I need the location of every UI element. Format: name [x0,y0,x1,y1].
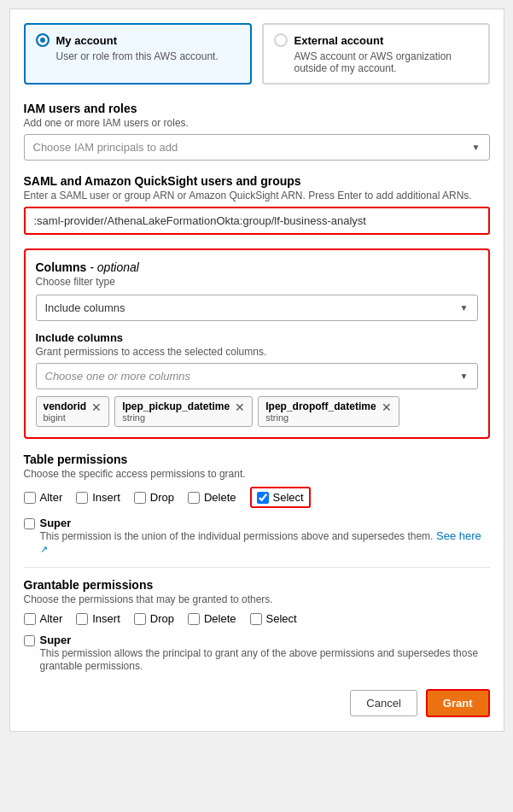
my-account-header: My account [36,33,240,47]
table-permissions-desc: Choose the specific access permissions t… [24,468,490,480]
grantable-checkbox-g_delete[interactable] [188,613,200,625]
grantable-checkbox-g_insert[interactable] [76,613,88,625]
cancel-button[interactable]: Cancel [350,690,417,716]
external-link-icon: ↗ [40,544,48,554]
see-here-link[interactable]: See here [436,529,481,542]
grantable-checkbox-g_select[interactable] [250,613,262,625]
column-tag: lpep_dropoff_datetime string ✕ [258,396,399,427]
table-permission-select[interactable]: Select [250,487,311,508]
table-permissions-section: Table permissions Choose the specific ac… [24,453,490,555]
table-checkbox-label-drop: Drop [150,491,174,504]
grantable-super-checkbox[interactable] [24,635,35,646]
grantable-checkbox-label-g_drop: Drop [150,612,174,625]
columns-filter-arrow: ▼ [460,303,469,313]
saml-section: SAML and Amazon QuickSight users and gro… [24,174,490,235]
include-columns-label: Include columns [36,331,478,344]
column-tag: lpep_pickup_datetime string ✕ [114,396,253,427]
columns-filter-dropdown[interactable]: Include columns ▼ [36,295,478,321]
columns-optional: - optional [90,260,139,274]
table-super-checkbox[interactable] [24,518,35,529]
footer-row: Cancel Grant [24,689,490,717]
grantable-checkbox-g_drop[interactable] [134,613,146,625]
grantable-super-row: Super This permission allows the princip… [24,634,490,672]
table-checkbox-drop[interactable] [134,492,146,504]
iam-dropdown[interactable]: Choose IAM principals to add ▼ [24,134,490,161]
table-permissions-checkboxes: Alter Insert Drop Delete Select [24,487,490,508]
grantable-super-label: Super [40,634,72,646]
table-super-text: Super This permission is the union of th… [40,517,490,555]
my-account-desc: User or role from this AWS account. [36,50,240,62]
grantable-permissions-section: Grantable permissions Choose the permiss… [24,578,490,672]
tag-name-1: lpep_pickup_datetime [122,400,230,412]
account-type-row: My account User or role from this AWS ac… [24,23,490,85]
columns-section: Columns - optional Choose filter type In… [24,248,490,439]
main-container: My account User or role from this AWS ac… [9,9,504,732]
my-account-radio[interactable] [36,33,50,47]
table-super-desc: This permission is the union of the indi… [40,530,434,542]
tag-close-0[interactable]: ✕ [91,401,102,413]
grantable-permissions-desc: Choose the permissions that may be grant… [24,593,490,605]
columns-picker-placeholder: Choose one or more columns [45,370,191,383]
grantable-permission-g_insert[interactable]: Insert [76,612,120,625]
table-checkbox-alter[interactable] [24,492,36,504]
table-checkbox-label-insert: Insert [92,491,120,504]
tag-close-1[interactable]: ✕ [235,401,245,413]
table-checkbox-select[interactable] [257,492,269,504]
table-checkbox-insert[interactable] [76,492,88,504]
saml-desc: Enter a SAML user or group ARN or Amazon… [24,190,490,202]
grantable-permission-g_drop[interactable]: Drop [134,612,174,625]
external-account-option[interactable]: External account AWS account or AWS orga… [262,23,490,85]
grantable-permission-g_delete[interactable]: Delete [188,612,236,625]
iam-desc: Add one or more IAM users or roles. [24,117,490,129]
column-tag: vendorid bigint ✕ [36,396,110,427]
tag-content-0: vendorid bigint [44,400,87,423]
iam-title: IAM users and roles [24,102,490,115]
table-checkbox-label-select: Select [273,491,304,504]
columns-picker-dropdown[interactable]: Choose one or more columns ▼ [36,363,478,389]
grantable-permissions-checkboxes: Alter Insert Drop Delete Select [24,612,490,625]
tag-content-1: lpep_pickup_datetime string [122,400,230,423]
iam-dropdown-placeholder: Choose IAM principals to add [33,141,178,154]
tag-content-2: lpep_dropoff_datetime string [265,400,376,423]
grant-button[interactable]: Grant [426,689,490,717]
divider-1 [24,567,490,568]
table-permission-alter[interactable]: Alter [24,491,63,504]
table-checkbox-delete[interactable] [188,492,200,504]
include-columns-desc: Grant permissions to access the selected… [36,346,478,358]
grantable-super-desc: This permission allows the principal to … [40,647,479,672]
saml-input[interactable] [24,207,490,235]
tag-name-2: lpep_dropoff_datetime [265,400,376,412]
table-permission-drop[interactable]: Drop [134,491,174,504]
external-account-radio[interactable] [274,33,288,47]
grantable-permissions-title: Grantable permissions [24,578,490,592]
tag-type-0: bigint [44,412,87,423]
my-account-label: My account [56,34,118,47]
external-account-desc: AWS account or AWS organization outside … [274,50,478,74]
table-super-row: Super This permission is the union of th… [24,517,490,555]
iam-dropdown-arrow: ▼ [472,143,481,152]
column-tags: vendorid bigint ✕ lpep_pickup_datetime s… [36,396,478,427]
grantable-checkbox-label-g_insert: Insert [92,612,120,625]
table-checkbox-label-alter: Alter [40,491,63,504]
external-account-header: External account [274,33,478,47]
grantable-checkbox-label-g_select: Select [266,612,297,625]
tag-close-2[interactable]: ✕ [382,401,392,413]
iam-section: IAM users and roles Add one or more IAM … [24,102,490,161]
grantable-super-text: Super This permission allows the princip… [40,634,490,672]
columns-filter-label: Choose filter type [36,276,478,288]
saml-title: SAML and Amazon QuickSight users and gro… [24,174,490,188]
grantable-permission-g_select[interactable]: Select [250,612,297,625]
tag-type-2: string [265,412,376,423]
columns-title: Columns - optional [36,260,478,274]
table-permission-insert[interactable]: Insert [76,491,120,504]
my-account-option[interactable]: My account User or role from this AWS ac… [24,23,252,85]
table-permissions-title: Table permissions [24,453,490,466]
grantable-permission-g_alter[interactable]: Alter [24,612,63,625]
table-permission-delete[interactable]: Delete [188,491,236,504]
grantable-checkbox-label-g_delete: Delete [204,612,236,625]
grantable-checkbox-g_alter[interactable] [24,613,36,625]
grantable-checkbox-label-g_alter: Alter [40,612,63,625]
tag-type-1: string [122,412,230,423]
columns-filter-value: Include columns [45,301,125,314]
table-super-label: Super [40,517,72,529]
